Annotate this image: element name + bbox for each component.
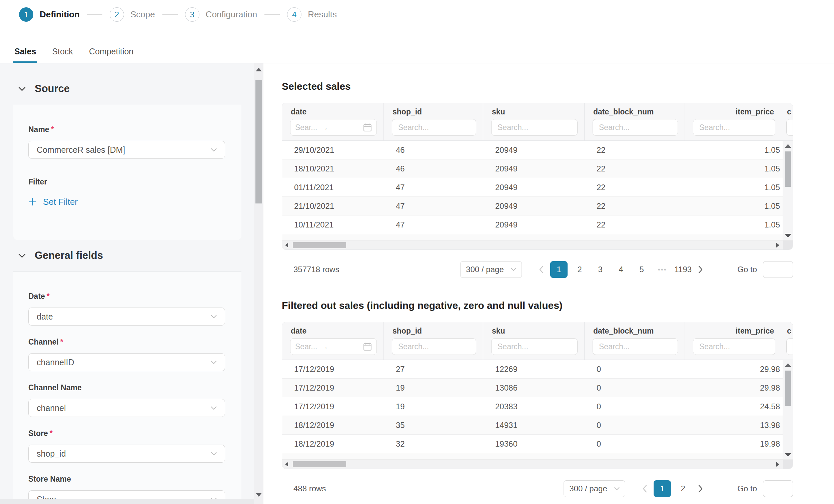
search-input[interactable] xyxy=(392,338,476,355)
page-button-2[interactable]: 2 xyxy=(571,261,588,278)
channel-field-select[interactable]: channelID xyxy=(28,353,225,371)
scrollbar-thumb[interactable] xyxy=(785,371,791,406)
next-page-button[interactable] xyxy=(693,261,708,278)
chevron-down-icon xyxy=(211,315,217,319)
next-page-button[interactable] xyxy=(693,480,708,497)
search-input[interactable] xyxy=(786,338,793,355)
source-name-select[interactable]: CommerceR sales [DM] xyxy=(28,141,225,159)
cell-item-price: 29.98 xyxy=(685,365,782,374)
date-field-select[interactable]: date xyxy=(28,308,225,326)
prev-page-button[interactable] xyxy=(534,261,549,278)
table-horizontal-scrollbar[interactable] xyxy=(282,240,793,249)
required-asterisk: * xyxy=(47,292,50,301)
tab-stock[interactable]: Stock xyxy=(51,47,74,63)
sidebar-scrollbar[interactable] xyxy=(254,63,263,504)
scroll-right-icon[interactable] xyxy=(776,243,779,247)
calendar-icon xyxy=(363,123,372,132)
search-input[interactable] xyxy=(593,338,678,355)
table-vertical-scrollbar[interactable] xyxy=(783,141,793,240)
step-configuration[interactable]: 3 Configuration xyxy=(185,7,258,22)
general-fields-section-header[interactable]: General fields xyxy=(0,245,263,266)
cell-shop-id: 47 xyxy=(384,183,483,192)
store-field-select[interactable]: shop_id xyxy=(28,445,225,463)
date-search-placeholder: Sear... xyxy=(295,342,317,351)
step-scope[interactable]: 2 Scope xyxy=(110,7,155,22)
date-search-input[interactable]: Sear... → xyxy=(290,119,377,136)
scrollbar-thumb[interactable] xyxy=(785,151,791,187)
scroll-down-icon[interactable] xyxy=(256,493,262,497)
table-row: 17/12/2019 19 13086 0 29.98 xyxy=(282,378,793,397)
scroll-down-icon[interactable] xyxy=(785,453,791,457)
source-panel: Name* CommerceR sales [DM] Filter Set Fi… xyxy=(13,105,241,240)
range-arrow-icon: → xyxy=(321,123,328,132)
search-input[interactable] xyxy=(693,338,775,355)
scrollbar-thumb[interactable] xyxy=(293,242,346,248)
scrollbar-thumb[interactable] xyxy=(256,80,262,203)
field-label-text: Date xyxy=(28,292,45,301)
scroll-left-icon[interactable] xyxy=(285,462,288,467)
channel-name-field-select[interactable]: channel xyxy=(28,399,225,417)
cell-item-price: 1.05 xyxy=(685,220,782,229)
page-button-2[interactable]: 2 xyxy=(674,480,692,497)
page-button-3[interactable]: 3 xyxy=(592,261,609,278)
tab-sales[interactable]: Sales xyxy=(13,47,37,63)
prev-page-button[interactable] xyxy=(637,480,652,497)
step-definition[interactable]: 1 Definition xyxy=(19,7,80,22)
column-header-label: date xyxy=(290,326,377,335)
field-label-text: Channel xyxy=(28,337,59,346)
search-input[interactable] xyxy=(491,338,577,355)
search-input[interactable] xyxy=(593,119,678,136)
store-field-label: Store* xyxy=(28,429,226,438)
search-input[interactable] xyxy=(786,119,793,136)
page-size-select[interactable]: 300 / page xyxy=(460,261,522,278)
cell-date-block-num: 22 xyxy=(585,220,685,229)
cell-date: 17/12/2019 xyxy=(282,365,384,374)
cell-date-block-num: 22 xyxy=(585,164,685,173)
cell-item-price: 1.05 xyxy=(685,146,782,155)
page-ellipsis[interactable]: ••• xyxy=(654,266,671,273)
scroll-right-icon[interactable] xyxy=(776,462,779,467)
column-partial: c xyxy=(782,103,793,140)
page-button-4[interactable]: 4 xyxy=(612,261,630,278)
scroll-up-icon[interactable] xyxy=(785,144,791,148)
scroll-up-icon[interactable] xyxy=(785,363,791,367)
column-partial: c xyxy=(782,322,793,359)
sidebar-horizontal-scrollbar[interactable] xyxy=(0,499,254,504)
table-row: 10/11/2021 47 20949 22 1.05 xyxy=(282,216,793,234)
date-search-input[interactable]: Sear... → xyxy=(290,338,377,355)
wizard-stepper: 1 Definition 2 Scope 3 Configuration 4 R… xyxy=(0,0,834,22)
step-number-badge: 1 xyxy=(19,7,34,22)
source-section-header[interactable]: Source xyxy=(0,78,263,100)
page-button-1[interactable]: 1 xyxy=(550,261,568,278)
search-input[interactable] xyxy=(392,119,476,136)
scroll-left-icon[interactable] xyxy=(285,243,288,247)
table-row: 21/10/2021 47 20949 22 1.05 xyxy=(282,197,793,216)
goto-page-input[interactable] xyxy=(763,261,793,278)
cell-shop-id: 19 xyxy=(384,402,483,411)
step-results[interactable]: 4 Results xyxy=(287,7,337,22)
main-panel: Selected sales date Sear... → xyxy=(263,63,834,504)
goto-page-input[interactable] xyxy=(763,480,793,497)
set-filter-button[interactable]: Set Filter xyxy=(28,195,78,209)
scroll-up-icon[interactable] xyxy=(256,68,262,71)
tab-competition[interactable]: Competition xyxy=(88,47,134,63)
page-button-last[interactable]: 1193 xyxy=(674,261,692,278)
field-label-text: Store xyxy=(28,429,48,438)
page-button-1[interactable]: 1 xyxy=(654,480,671,497)
step-label: Configuration xyxy=(206,9,258,20)
page-button-5[interactable]: 5 xyxy=(633,261,650,278)
date-field-group: Date* date xyxy=(28,292,226,326)
cell-date: 18/12/2019 xyxy=(282,439,384,448)
step-number-badge: 2 xyxy=(110,7,124,22)
chevron-down-icon xyxy=(211,360,217,364)
scrollbar-thumb[interactable] xyxy=(293,461,346,467)
table-horizontal-scrollbar[interactable] xyxy=(282,459,793,469)
search-input[interactable] xyxy=(693,119,775,136)
app-header: 1 Definition 2 Scope 3 Configuration 4 R… xyxy=(0,0,834,63)
page-size-select[interactable]: 300 / page xyxy=(564,480,625,497)
search-input[interactable] xyxy=(491,119,577,136)
table-vertical-scrollbar[interactable] xyxy=(783,360,793,459)
range-arrow-icon: → xyxy=(321,342,328,351)
chevron-down-icon xyxy=(211,406,217,410)
scroll-down-icon[interactable] xyxy=(785,234,791,238)
